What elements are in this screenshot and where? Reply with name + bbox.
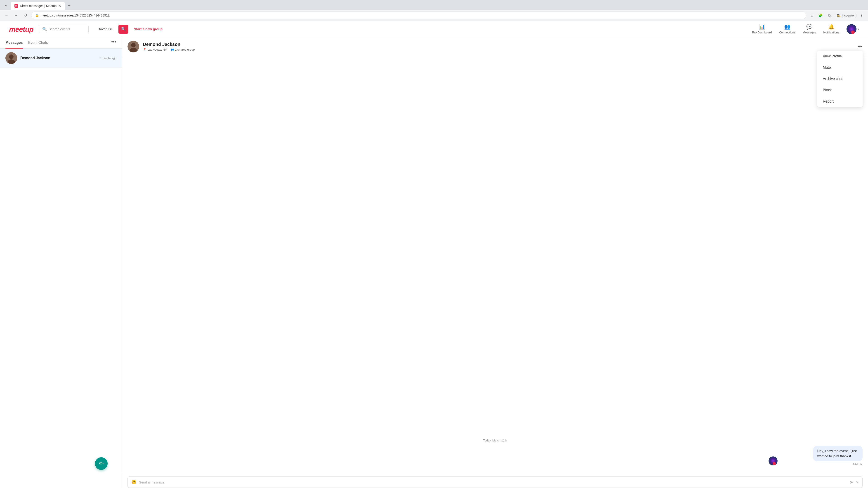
tab-messages[interactable]: Messages [5,37,23,48]
dropdown-view-profile[interactable]: View Profile [817,51,863,62]
message-name: Demond Jackson [20,56,96,60]
browser-actions: ☆ 🧩 ⧉ 🕵 Incognito ⋮ [808,11,865,19]
logo[interactable]: meetup [9,24,33,34]
pro-dashboard-icon: 📊 [759,24,765,30]
message-list: Demond Jackson 1 minute ago [0,48,122,488]
browser-more-btn[interactable]: ⋮ [858,11,865,19]
location-meta: 📍 Las Vegas, NV [143,48,167,51]
app-header: meetup 🔍 Search events Dover, DE 🔍 Start… [0,21,868,37]
chat-header-meta: 📍 Las Vegas, NV 👥 1 shared group [143,48,854,51]
browser-toolbar: ← → ↺ 🔒 meetup.com/messages/134852382544… [0,10,868,21]
shared-groups-meta: 👥 1 shared group [170,48,195,51]
search-btn[interactable]: 🔍 [119,25,128,34]
address-bar[interactable]: 🔒 meetup.com/messages/134852382544144389… [31,11,806,19]
message-info: Demond Jackson [20,56,96,60]
sidebar: Messages Event Chats ••• [0,37,122,488]
main-content: Messages Event Chats ••• [0,37,868,488]
message-item[interactable]: Demond Jackson 1 minute ago [0,48,122,68]
message-time: 1 minute ago [99,57,116,60]
new-tab-btn[interactable]: + [66,2,72,9]
message-avatar [5,52,17,64]
browser-tabs: ▾ M Direct messages | Meetup ✕ + [0,0,868,10]
svg-point-9 [773,462,776,465]
svg-point-6 [131,43,135,47]
nav-notifications[interactable]: 🔔 Notifications [823,24,839,34]
incognito-icon: 🕵 [837,14,840,17]
tab-prev-btn[interactable]: ▾ [3,3,9,9]
dropdown-mute[interactable]: Mute [817,62,863,73]
messages-icon: 💬 [806,24,812,30]
chat-input-wrapper: 😊 ➤ ⤡ [127,477,863,488]
message-row: Hey, I saw the event. I just wanted to j… [127,446,863,465]
message-input[interactable] [139,480,847,484]
nav-pro-dashboard[interactable]: 📊 Pro Dashboard [752,24,772,34]
active-tab[interactable]: M Direct messages | Meetup ✕ [11,2,65,10]
connections-icon: 👥 [784,24,790,30]
group-icon: 👥 [170,48,174,51]
resize-icon: ⤡ [856,480,859,484]
incognito-label: Incognito [842,14,854,17]
svg-point-1 [851,31,855,34]
chat-contact-name: Demond Jackson [143,42,854,47]
back-btn[interactable]: ← [3,11,10,19]
header-nav: 📊 Pro Dashboard 👥 Connections 💬 Messages… [752,24,859,34]
location-pin-icon: 📍 [143,48,147,51]
incognito-badge: 🕵 Incognito [834,13,857,18]
chat-area: Demond Jackson 📍 Las Vegas, NV 👥 1 share… [122,37,868,488]
message-bubble-container: Hey, I saw the event. I just wanted to j… [780,446,863,465]
tab-favicon: M [14,4,18,8]
chat-header: Demond Jackson 📍 Las Vegas, NV 👥 1 share… [122,37,868,56]
chat-more-btn[interactable]: ••• [857,43,863,50]
user-avatar [846,24,857,34]
message-bubble: Hey, I saw the event. I just wanted to j… [813,446,863,461]
chevron-down-icon: ▾ [857,27,859,31]
secure-icon: 🔒 [35,13,39,17]
browser-chrome: ▾ M Direct messages | Meetup ✕ + ← → ↺ 🔒… [0,0,868,21]
chat-messages: Today, March 11th Hey, I saw the event. … [122,56,868,473]
dropdown-menu: View Profile Mute Archive chat Block Rep… [817,51,863,107]
nav-connections[interactable]: 👥 Connections [779,24,796,34]
extensions-btn[interactable]: 🧩 [817,11,825,19]
forward-btn[interactable]: → [12,11,20,19]
sidebar-more-btn[interactable]: ••• [106,39,122,46]
pro-dashboard-label: Pro Dashboard [752,31,772,34]
tab-list: M Direct messages | Meetup ✕ + [11,2,72,10]
emoji-btn[interactable]: 😊 [131,480,136,485]
chat-header-info: Demond Jackson 📍 Las Vegas, NV 👥 1 share… [143,42,854,51]
search-placeholder: Search events [49,27,70,31]
location-display[interactable]: Dover, DE [98,27,113,31]
dropdown-archive-chat[interactable]: Archive chat [817,73,863,85]
chat-input-area: 😊 ➤ ⤡ 2000 [122,473,868,488]
url-text: meetup.com/messages/13485238254414438912… [41,13,110,17]
user-avatar-dropdown[interactable]: ▾ [846,24,859,34]
chat-contact-avatar [127,41,139,53]
sidebar-tabs-inner: Messages Event Chats [0,37,106,48]
split-btn[interactable]: ⧉ [825,11,833,19]
connections-label: Connections [779,31,796,34]
sidebar-tabs-row: Messages Event Chats ••• [0,37,122,48]
dropdown-block[interactable]: Block [817,85,863,96]
nav-messages[interactable]: 💬 Messages [803,24,816,34]
reload-btn[interactable]: ↺ [22,11,29,19]
compose-btn[interactable]: ✏ [95,457,107,470]
messages-label: Messages [803,31,816,34]
dropdown-report[interactable]: Report [817,96,863,107]
tab-close-btn[interactable]: ✕ [58,4,61,8]
bookmark-btn[interactable]: ☆ [808,11,816,19]
tab-event-chats[interactable]: Event Chats [28,37,48,48]
date-divider: Today, March 11th [127,439,863,442]
sender-avatar [769,456,778,465]
avatar-placeholder [5,52,17,64]
start-group-btn[interactable]: Start a new group [134,27,162,31]
notifications-icon: 🔔 [828,24,834,30]
message-time: 6:12 PM [852,462,863,465]
search-bar[interactable]: 🔍 Search events [39,25,89,33]
send-btn[interactable]: ➤ [849,480,853,485]
svg-point-3 [9,55,13,59]
notifications-label: Notifications [823,31,839,34]
tab-title: Direct messages | Meetup [20,4,57,8]
search-icon: 🔍 [42,27,47,31]
